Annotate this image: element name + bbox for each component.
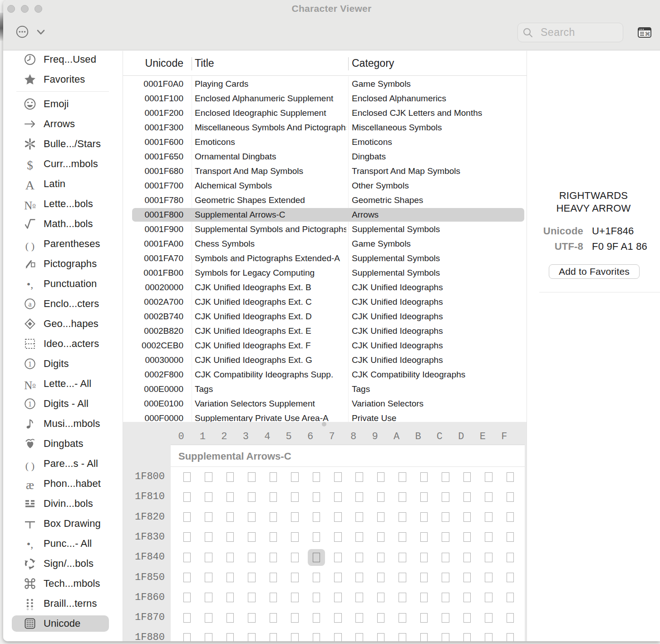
svg-text:1: 1 [28, 400, 32, 408]
svg-text:1: 1 [28, 360, 32, 368]
svg-text:⌘: ⌘ [645, 31, 650, 37]
svg-text:a: a [28, 300, 31, 308]
